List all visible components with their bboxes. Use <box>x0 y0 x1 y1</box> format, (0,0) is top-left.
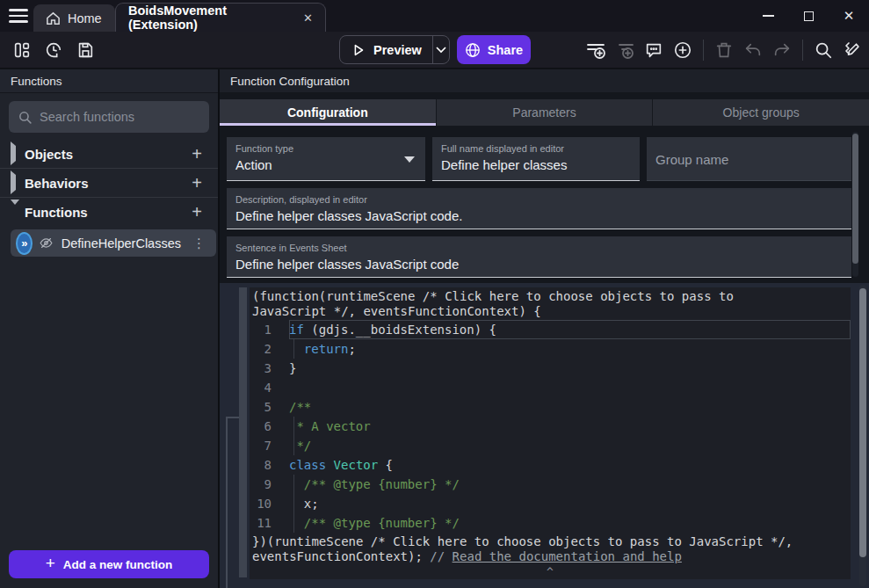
main-title: Function Configuration <box>230 75 350 88</box>
expand-caret-icon[interactable]: ^ <box>250 566 851 578</box>
share-button[interactable]: Share <box>457 35 531 64</box>
events-scrollbar[interactable] <box>859 285 866 586</box>
line-content: x; <box>289 494 851 513</box>
code-header-line1: (function(runtimeScene /* Click here to … <box>252 289 734 303</box>
tab-parameters[interactable]: Parameters <box>437 99 654 126</box>
preview-button[interactable]: Preview <box>339 35 450 64</box>
window-maximize-button[interactable] <box>788 0 829 32</box>
search-functions-input[interactable] <box>40 110 200 124</box>
function-type-select[interactable]: Function type Action <box>227 137 425 181</box>
line-number: 1 <box>250 320 289 339</box>
code-line-1[interactable]: 1if (gdjs.__boidsExtension) { <box>250 320 851 339</box>
js-code-editor[interactable]: (function(runtimeScene /* Click here to … <box>250 287 851 579</box>
play-icon <box>351 42 366 58</box>
function-icon: » <box>18 234 31 253</box>
line-number: 6 <box>250 417 289 436</box>
events-scrollbar-thumb[interactable] <box>859 288 866 557</box>
description-value: Define helper classes JavaScript code. <box>235 208 843 223</box>
tab-project-label: BoidsMovement (Extension) <box>128 4 294 32</box>
line-number: 10 <box>250 494 289 513</box>
delete-icon[interactable] <box>713 39 735 62</box>
more-options-icon[interactable]: ⋮ <box>189 236 209 251</box>
sentence-value: Define helper classes JavaScript code <box>235 257 843 272</box>
tab-home[interactable]: Home <box>33 4 115 32</box>
main-menu-icon[interactable] <box>9 9 30 24</box>
function-item-definehelperclasses[interactable]: » DefineHelperClasses ⋮ <box>11 229 216 257</box>
preview-dropdown-button[interactable] <box>432 36 449 63</box>
code-footer-line1: })(runtimeScene /* Click here to choose … <box>252 534 793 548</box>
code-line-7[interactable]: 7 */ <box>250 436 851 455</box>
edit-extension-icon[interactable] <box>841 39 864 62</box>
redo-icon[interactable] <box>771 39 793 62</box>
indent-guide <box>293 417 294 436</box>
tab-object-groups[interactable]: Object groups <box>653 99 869 126</box>
code-line-9[interactable]: 9 /** @type {number} */ <box>250 475 851 494</box>
search-icon[interactable] <box>812 39 835 62</box>
sentence-field[interactable]: Sentence in Events Sheet Define helper c… <box>227 236 851 278</box>
group-name-field[interactable] <box>647 137 851 181</box>
behaviors-label: Behaviors <box>25 176 192 191</box>
functions-label: Functions <box>25 205 192 220</box>
add-function-tree-button[interactable]: + <box>192 202 207 222</box>
code-lines[interactable]: 1if (gdjs.__boidsExtension) {2 return;3}… <box>250 319 851 533</box>
tab-configuration[interactable]: Configuration <box>220 99 437 126</box>
code-line-6[interactable]: 6 * A vector <box>250 417 851 436</box>
form-scrollbar-thumb[interactable] <box>852 134 858 264</box>
preview-label: Preview <box>373 43 422 57</box>
window-close-button[interactable]: ✕ <box>829 0 869 32</box>
private-eye-off-icon <box>39 236 54 250</box>
add-object-button[interactable]: + <box>192 144 207 164</box>
code-line-3[interactable]: 3} <box>250 359 851 378</box>
code-line-4[interactable]: 4 <box>250 378 851 397</box>
code-line-11[interactable]: 11 /** @type {number} */ <box>250 513 851 533</box>
code-line-10[interactable]: 10 x; <box>250 494 851 513</box>
plus-icon: + <box>46 554 55 573</box>
add-behavior-button[interactable]: + <box>192 173 207 193</box>
undo-icon[interactable] <box>742 39 764 62</box>
window-minimize-button[interactable] <box>748 0 788 32</box>
code-header[interactable]: (function(runtimeScene /* Click here to … <box>250 287 851 319</box>
save-icon[interactable] <box>74 39 97 62</box>
description-label: Description, displayed in editor <box>235 194 843 205</box>
full-name-field[interactable]: Full name displayed in editor Define hel… <box>432 137 640 181</box>
code-line-5[interactable]: 5/** <box>250 397 851 417</box>
search-functions-box[interactable] <box>9 101 209 133</box>
indent-guide <box>293 475 294 494</box>
code-footer[interactable]: })(runtimeScene /* Click here to choose … <box>250 533 851 564</box>
window-controls: ✕ <box>748 0 869 32</box>
indent-guide <box>293 436 294 455</box>
toolbar-separator <box>703 40 704 61</box>
home-icon <box>46 11 61 25</box>
form-scrollbar[interactable] <box>852 132 858 277</box>
tab-close-icon[interactable]: ✕ <box>294 11 313 25</box>
line-content: /** @type {number} */ <box>289 513 851 533</box>
code-footer-comment: // <box>430 549 452 563</box>
choose-event-icon[interactable] <box>671 39 694 62</box>
add-subevent-icon[interactable] <box>613 39 636 62</box>
chevron-down-icon <box>11 205 25 221</box>
full-name-label: Full name displayed in editor <box>441 143 631 154</box>
line-content: /** @type {number} */ <box>289 475 851 494</box>
function-type-label: Function type <box>235 143 416 154</box>
add-comment-icon[interactable] <box>642 39 665 62</box>
sidebar-item-functions[interactable]: Functions + <box>0 198 218 227</box>
event-drag-handle[interactable] <box>239 287 247 577</box>
function-configuration-panel: Function Configuration Configuration Par… <box>220 69 869 588</box>
add-event-icon[interactable] <box>584 39 607 62</box>
sidebar-item-behaviors[interactable]: Behaviors + <box>0 169 218 198</box>
history-icon[interactable] <box>42 39 65 62</box>
main-header: Function Configuration <box>220 69 869 93</box>
group-name-input[interactable] <box>655 152 843 167</box>
configuration-form: Function type Action Full name displayed… <box>220 126 869 283</box>
documentation-link[interactable]: Read the documentation and help <box>453 549 682 563</box>
description-field[interactable]: Description, displayed in editor Define … <box>227 188 851 229</box>
line-number: 2 <box>250 339 289 359</box>
project-manager-icon[interactable] <box>11 39 33 62</box>
code-line-2[interactable]: 2 return; <box>250 339 851 359</box>
add-new-function-button[interactable]: + Add a new function <box>9 550 209 578</box>
tab-project[interactable]: BoidsMovement (Extension) ✕ <box>115 3 326 32</box>
sidebar-item-objects[interactable]: Objects + <box>0 140 218 169</box>
code-line-8[interactable]: 8class Vector { <box>250 455 851 475</box>
line-content: * A vector <box>289 417 851 436</box>
maximize-icon <box>804 11 814 21</box>
